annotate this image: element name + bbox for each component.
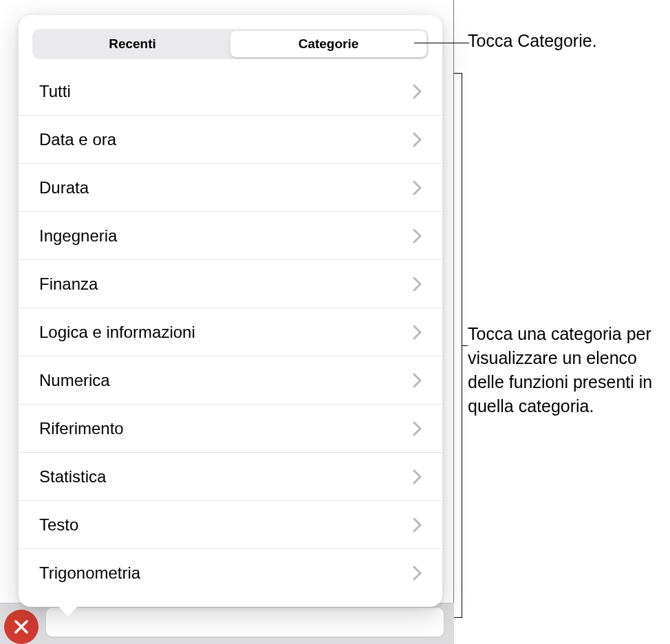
chevron-right-icon xyxy=(413,421,422,436)
tab-categories-label: Categorie xyxy=(299,36,359,52)
chevron-right-icon xyxy=(413,132,422,147)
category-label: Trigonometria xyxy=(39,564,140,583)
chevron-right-icon xyxy=(413,373,422,388)
category-row[interactable]: Data e ora xyxy=(19,116,442,164)
category-row[interactable]: Numerica xyxy=(19,356,442,405)
chevron-right-icon xyxy=(413,277,422,292)
category-label: Statistica xyxy=(39,467,106,486)
category-label: Finanza xyxy=(39,275,98,294)
category-row[interactable]: Durata xyxy=(19,164,442,212)
category-row[interactable]: Statistica xyxy=(19,453,442,501)
category-row[interactable]: Testo xyxy=(19,501,442,549)
category-row[interactable]: Finanza xyxy=(19,260,442,308)
category-row[interactable]: Trigonometria xyxy=(19,549,442,597)
chevron-right-icon xyxy=(413,469,422,484)
chevron-right-icon xyxy=(413,517,422,533)
chevron-right-icon xyxy=(413,180,422,195)
close-icon xyxy=(13,619,30,635)
category-row[interactable]: Riferimento xyxy=(19,405,442,453)
chevron-right-icon xyxy=(413,228,422,244)
category-label: Ingegneria xyxy=(39,226,117,246)
category-row[interactable]: Tutti xyxy=(19,67,442,116)
chevron-right-icon xyxy=(413,566,422,581)
functions-popover: Recenti Categorie TuttiData e oraDurataI… xyxy=(19,15,442,607)
close-button[interactable] xyxy=(4,610,39,644)
categories-list: TuttiData e oraDurataIngegneriaFinanzaLo… xyxy=(19,67,442,607)
callout-bracket-2 xyxy=(454,73,462,618)
category-label: Logica e informazioni xyxy=(39,323,195,342)
category-label: Testo xyxy=(39,515,78,535)
callout-leader-2 xyxy=(462,345,468,346)
callout-tap-category-detail: Tocca una categoria per visualizzare un … xyxy=(468,322,667,418)
tab-recent[interactable]: Recenti xyxy=(34,31,230,57)
chevron-right-icon xyxy=(413,325,422,340)
chevron-right-icon xyxy=(413,84,422,99)
tab-categories[interactable]: Categorie xyxy=(230,31,426,57)
segmented-control: Recenti Categorie xyxy=(32,29,429,59)
app-frame: Recenti Categorie TuttiData e oraDurataI… xyxy=(0,0,454,644)
callout-tap-categories: Tocca Categorie. xyxy=(468,29,660,53)
popover-tail xyxy=(56,604,80,616)
category-row[interactable]: Ingegneria xyxy=(19,212,442,260)
category-row[interactable]: Logica e informazioni xyxy=(19,308,442,356)
category-label: Data e ora xyxy=(39,130,116,149)
callout-leader-1 xyxy=(414,43,469,43)
formula-input[interactable] xyxy=(45,607,444,637)
category-label: Tutti xyxy=(39,82,71,101)
category-label: Durata xyxy=(39,178,89,197)
category-label: Riferimento xyxy=(39,419,124,438)
tab-recent-label: Recenti xyxy=(109,36,156,52)
category-label: Numerica xyxy=(39,371,110,390)
